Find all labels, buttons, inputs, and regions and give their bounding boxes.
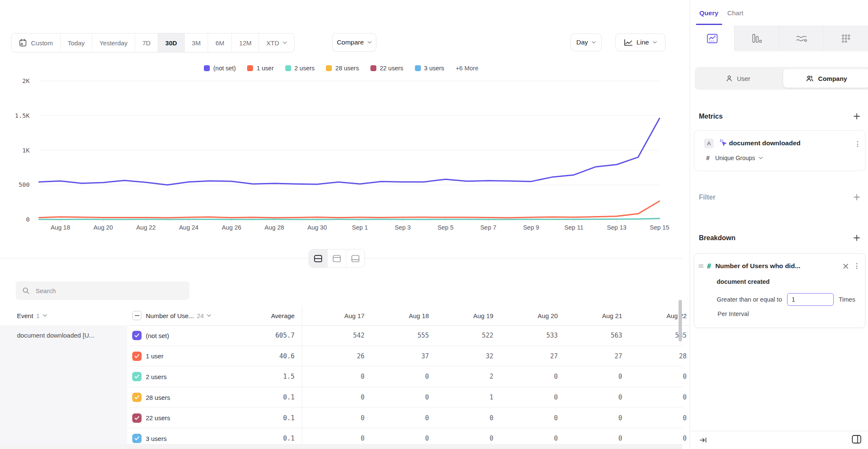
toggle-company[interactable]: Company	[783, 69, 868, 88]
bottom-panel-icon	[351, 255, 360, 263]
breakdown-menu-button[interactable]	[854, 261, 859, 271]
table-scrollbar[interactable]	[679, 300, 682, 341]
cell-value: 0	[432, 414, 497, 422]
compare-label: Compare	[337, 39, 364, 46]
range-custom-button[interactable]: Custom	[11, 33, 60, 52]
breakdown-heading: Breakdown	[699, 234, 735, 242]
date-column-header: Aug 17	[303, 312, 368, 319]
series-checkbox[interactable]	[132, 331, 142, 340]
range-xtd-button[interactable]: XTD	[259, 33, 294, 52]
series-checkbox[interactable]	[132, 352, 142, 361]
search-input[interactable]	[35, 287, 183, 295]
cell-value: 0	[497, 435, 561, 442]
tab-chart[interactable]: Chart	[727, 9, 743, 17]
side-panel-icon[interactable]	[851, 434, 862, 445]
series-column-label: Number of Use...	[146, 312, 194, 319]
aggregation-dropdown[interactable]: Unique Groups	[715, 155, 762, 161]
average-value: 0.1	[229, 394, 295, 401]
svg-text:Aug 26: Aug 26	[222, 224, 241, 231]
select-all-checkbox[interactable]	[132, 311, 142, 320]
add-breakdown-button[interactable]	[853, 234, 860, 243]
metric-menu-button[interactable]	[855, 139, 860, 149]
compare-button[interactable]: Compare	[332, 33, 376, 52]
aggregation-label: Unique Groups	[715, 155, 755, 161]
series-checkbox[interactable]	[132, 434, 142, 443]
range-3m-button[interactable]: 3M	[184, 33, 208, 52]
cell-value: 37	[368, 352, 432, 360]
chevron-down-icon	[653, 41, 657, 44]
layout-table-only-button[interactable]	[346, 249, 364, 267]
table-row[interactable]: 1 user40.6263732272728	[0, 346, 690, 367]
user-company-toggle: User Company	[695, 67, 868, 90]
add-metric-button[interactable]	[853, 113, 860, 122]
range-today-button[interactable]: Today	[60, 33, 92, 52]
table-row[interactable]: 3 users0.1000000	[0, 428, 690, 449]
breakdown-card[interactable]: # Number of Users who did... document cr…	[694, 253, 865, 328]
svg-text:Sep 3: Sep 3	[395, 224, 411, 231]
tab-query[interactable]: Query	[699, 9, 718, 17]
series-checkbox[interactable]	[132, 413, 142, 423]
cell-value: 533	[497, 332, 561, 339]
event-column-header[interactable]: Event 1	[0, 312, 132, 319]
svg-text:Sep 9: Sep 9	[523, 224, 539, 231]
chart-style-label: Line	[637, 39, 649, 46]
cell-value: 0	[303, 394, 368, 401]
series-label: 3 users	[142, 435, 229, 442]
range-7d-button[interactable]: 7D	[135, 33, 158, 52]
indeterminate-icon	[135, 315, 139, 316]
table-row[interactable]: (not set)605.7542555522533563535	[0, 325, 690, 346]
company-icon	[806, 75, 814, 82]
chart-type-line-button[interactable]	[690, 25, 734, 51]
chevron-down-icon	[43, 314, 47, 317]
drag-handle-icon[interactable]	[698, 264, 704, 268]
cell-value: 0	[368, 394, 432, 401]
company-label: Company	[818, 75, 847, 82]
chart-type-bar-button[interactable]	[734, 25, 779, 51]
add-filter-button[interactable]	[853, 194, 860, 202]
table-row[interactable]: 28 users0.1001000	[0, 387, 690, 408]
table-row[interactable]: 2 users1.5002000	[0, 366, 690, 387]
series-label: (not set)	[142, 332, 229, 339]
toggle-user[interactable]: User	[695, 67, 781, 90]
range-6m-button[interactable]: 6M	[208, 33, 231, 52]
series-count: 24	[197, 312, 204, 319]
chart-type-more-button[interactable]	[823, 25, 868, 51]
series-column-header[interactable]: Number of Use... 24	[142, 312, 229, 319]
check-icon	[134, 395, 139, 399]
chevron-down-icon	[759, 157, 763, 159]
top-panel-icon	[332, 255, 341, 263]
condition-value-input[interactable]	[787, 293, 834, 306]
table-row[interactable]: 22 users0.1000000	[0, 407, 690, 428]
range-yesterday-button[interactable]: Yesterday	[92, 33, 135, 52]
series-checkbox[interactable]	[132, 393, 142, 402]
table-body: (not set)605.75425555225335635351 user40…	[0, 325, 690, 449]
svg-text:1.5K: 1.5K	[15, 112, 30, 119]
layout-split-button[interactable]	[309, 249, 327, 267]
line-chart[interactable]: 05001K1.5K2KAug 18Aug 20Aug 22Aug 24Aug …	[0, 64, 682, 237]
flow-chart-type-icon	[796, 34, 807, 43]
calendar-icon	[19, 39, 27, 47]
svg-text:Sep 11: Sep 11	[565, 224, 584, 231]
cell-value: 0	[497, 373, 561, 380]
average-column-header[interactable]: Average	[229, 312, 295, 319]
event-count: 1	[36, 312, 39, 319]
filter-heading: Filter	[699, 194, 715, 201]
range-30d-button[interactable]: 30D	[158, 33, 184, 52]
cell-value: 542	[303, 332, 368, 339]
series-checkbox[interactable]	[132, 372, 142, 381]
active-tab-underline	[696, 24, 722, 25]
cell-value: 0	[626, 414, 690, 422]
chart-style-dropdown[interactable]: Line	[615, 33, 665, 51]
interval-dropdown[interactable]: Day	[570, 33, 602, 51]
query-sidebar: Query Chart	[690, 0, 868, 449]
close-icon[interactable]	[843, 263, 849, 269]
chart-type-flow-button[interactable]	[779, 25, 823, 51]
svg-text:Aug 28: Aug 28	[264, 224, 284, 231]
cell-value: 27	[497, 352, 561, 360]
check-icon	[134, 354, 139, 358]
range-12m-button[interactable]: 12M	[231, 33, 259, 52]
layout-chart-only-button[interactable]	[327, 249, 346, 267]
collapse-panel-icon[interactable]	[699, 437, 707, 443]
metric-card[interactable]: A document downloaded # Unique Groups	[694, 130, 865, 171]
cell-value: 26	[303, 352, 368, 360]
